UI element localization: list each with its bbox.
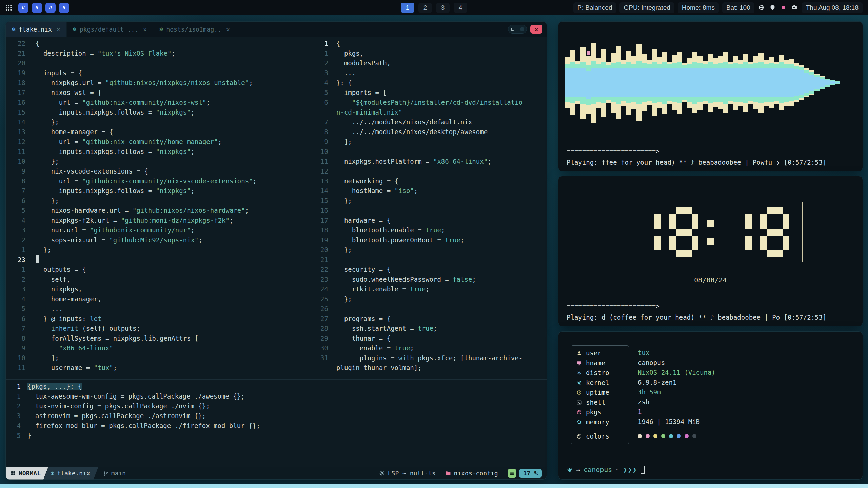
visualizer-block [723, 97, 728, 104]
visualizer-block [738, 102, 743, 106]
digit-segment [767, 250, 783, 257]
visualizer-block [830, 81, 835, 84]
player-divider: =======================> [567, 147, 660, 155]
apps-grid-icon[interactable] [5, 4, 12, 11]
editor-pane-bottom[interactable]: 1{pkgs, ...}: {1 tux-awesome-wm-config =… [6, 380, 547, 468]
visualizer-block [636, 97, 642, 104]
editor-tab[interactable]: ❄hosts/isoImag..× [153, 22, 236, 37]
workspace-button-3[interactable]: 3 [436, 3, 450, 13]
visualizer-block [769, 63, 774, 68]
line-number: 25 [313, 294, 328, 304]
editor-tab[interactable]: ❄pkgs/default ...× [67, 22, 153, 37]
visualizer-block [642, 54, 647, 63]
code-text: ../../modules/nixos/default.nix [336, 117, 472, 127]
visualizer-block [565, 97, 570, 102]
network-icon[interactable] [758, 5, 766, 11]
code-text: bluetooth.powerOnBoot = true; [336, 235, 465, 245]
code-line: 13 networking = { [313, 176, 547, 186]
git-branch[interactable]: main [103, 470, 126, 477]
code-line: 17 nixos-wsl = { [6, 88, 313, 98]
visualizer-block [809, 72, 814, 75]
workspace-switcher: 1234 [401, 3, 467, 13]
player-divider: =======================> [567, 302, 660, 310]
folder-icon [445, 470, 451, 476]
scroll-position: 17 % [508, 469, 542, 478]
code-line: 1 }; [6, 245, 313, 255]
editor-tab[interactable]: ❄flake.nix× [6, 22, 67, 37]
line-number: 2 [6, 401, 21, 411]
visualizer-block [575, 61, 580, 64]
visualizer-block [723, 68, 728, 97]
code-line: 19 inputs = { [6, 68, 313, 78]
visualizer-block [621, 101, 626, 106]
visualizer-block [662, 68, 667, 97]
palette-dot [653, 434, 657, 438]
visualizer-block [723, 52, 728, 62]
visualizer-block [636, 61, 642, 68]
visualizer-block [708, 97, 713, 103]
line-number: 13 [6, 127, 25, 137]
visualizer-column [703, 61, 708, 104]
record-dot-icon[interactable] [780, 6, 788, 9]
visualizer-block [642, 68, 647, 97]
visualizer-block [723, 104, 728, 113]
tag-3-icon[interactable] [45, 3, 56, 13]
code-text: tux-awesome-wm-config = pkgs.callPackage… [27, 391, 245, 401]
line-number: 7 [6, 186, 25, 196]
digit-segment [767, 207, 783, 214]
visualizer-block [626, 97, 631, 103]
workspace-button-1[interactable]: 1 [401, 3, 414, 13]
visualizer-block [743, 62, 748, 68]
visualizer-block [769, 97, 774, 102]
camera-icon[interactable] [790, 5, 798, 11]
visualizer-column [758, 53, 764, 113]
visualizer-block [636, 44, 642, 61]
visualizer-block [774, 97, 779, 101]
visualizer-block [601, 103, 606, 117]
tab-close-icon[interactable]: × [143, 26, 147, 33]
visualizer-column [784, 60, 789, 106]
visualizer-block [794, 100, 799, 102]
window-close-button[interactable]: × [530, 25, 542, 34]
visualizer-block [733, 102, 738, 110]
visualizer-block [591, 104, 596, 123]
code-text: }; [336, 294, 352, 304]
workspace-button-4[interactable]: 4 [454, 3, 467, 13]
tab-close-icon[interactable]: × [57, 26, 60, 33]
code-text: }; [36, 196, 59, 206]
shell-prompt[interactable]: → canopus ~ ❯❯❯ [567, 466, 645, 474]
line-number: 18 [6, 78, 25, 88]
code-line: 4 home-manager, [6, 294, 313, 304]
code-line: 11 username = "tux"; [6, 363, 313, 373]
shield-icon[interactable] [769, 5, 777, 11]
tag-2-icon[interactable] [32, 3, 42, 13]
visualizer-column [687, 58, 692, 108]
visualizer-column [591, 43, 596, 123]
digit-segment [760, 236, 767, 250]
workspace-button-2[interactable]: 2 [418, 3, 432, 13]
code-line: 4 nixpkgs-f2k.url = "github:moni-dz/nixp… [6, 216, 313, 225]
palette-dot [646, 434, 650, 438]
visualizer-block [616, 97, 621, 104]
theme-toggle[interactable] [508, 25, 527, 34]
tag-1-icon[interactable] [18, 3, 28, 13]
visualizer-column [606, 62, 611, 103]
code-line: 11 inputs.nixpkgs.follows = "nixpkgs"; [6, 147, 313, 157]
visualizer-block [713, 102, 718, 107]
statusline-right: LSP ~ null-ls nixos-config 17 % [379, 469, 547, 478]
editor-pane-left[interactable]: 22{21 description = "tux's NixOS Flake";… [6, 37, 313, 379]
line-number: 12 [313, 166, 328, 176]
digit-segment [669, 214, 676, 229]
visualizer-block [753, 68, 758, 97]
tab-close-icon[interactable]: × [226, 26, 230, 33]
code-text: inputs.nixpkgs.follows = "nixpkgs"; [36, 186, 195, 196]
visualizer-block [677, 103, 682, 114]
visualizer-block [570, 103, 575, 115]
visualizer-block [601, 62, 606, 68]
code-line: 6 }; [6, 196, 313, 206]
tag-4-icon[interactable] [59, 3, 69, 13]
visualizer-block [692, 97, 697, 104]
palette-dot [692, 434, 696, 438]
visualizer-block [820, 89, 825, 89]
editor-pane-right[interactable]: 1{1 pkgs,2 modulesPath,3 ...4}: {5 impor… [313, 37, 547, 379]
